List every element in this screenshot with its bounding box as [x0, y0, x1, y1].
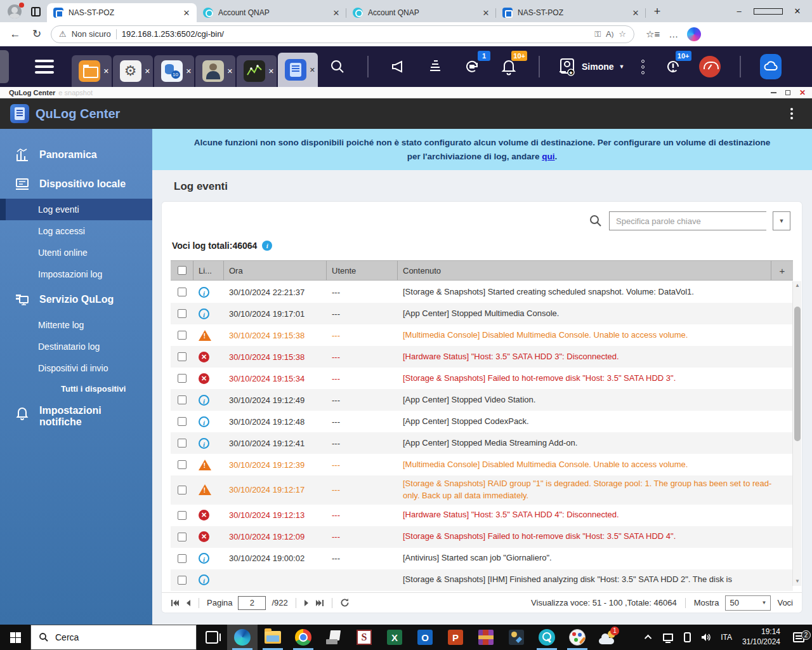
back-icon[interactable]: ← [8, 28, 23, 41]
sidebar-item-destinatario-log[interactable]: Destinatario log [0, 336, 152, 357]
row-checkbox[interactable] [178, 417, 187, 426]
taskbar-winrar-icon[interactable] [471, 625, 501, 650]
password-key-icon[interactable]: ⚿ [594, 29, 601, 39]
column-header-contenuto[interactable]: Contenuto [398, 261, 771, 280]
close-app-icon[interactable]: ✕ [103, 67, 109, 76]
sidebar-item-utenti-online[interactable]: Utenti online [0, 242, 152, 263]
page-size-select[interactable]: 50 ▼ [725, 595, 771, 611]
qulog-window-titlebar[interactable]: QuLog Center e snapshot ✕ [0, 87, 812, 98]
row-checkbox[interactable] [178, 309, 187, 318]
sidebar-item-panoramica[interactable]: Panoramica [0, 140, 152, 169]
window-close-icon[interactable]: ✕ [799, 88, 806, 97]
browser-tab-3[interactable]: Account QNAP ✕ [346, 3, 496, 22]
row-checkbox[interactable] [178, 554, 187, 563]
browser-maximize-button[interactable] [754, 0, 783, 22]
hidden-icons-chevron[interactable] [639, 635, 658, 640]
close-app-icon[interactable]: ✕ [145, 67, 150, 76]
favorites-bar-icon[interactable]: ☆≡ [646, 29, 660, 40]
taskbar-quick-assist-icon[interactable] [501, 625, 532, 650]
myqnapcloud-icon[interactable] [760, 56, 782, 77]
taskbar-powerpoint-icon[interactable]: P [440, 625, 471, 650]
window-minimize-icon[interactable] [771, 92, 776, 93]
main-menu-icon[interactable] [35, 60, 54, 74]
row-checkbox[interactable] [178, 511, 187, 520]
scroll-down-icon[interactable]: ▼ [793, 577, 802, 586]
log-row[interactable]: i30/10/2024 19:00:02---[Antivirus] Start… [171, 548, 793, 569]
row-checkbox[interactable] [178, 374, 187, 383]
log-row[interactable]: i30/10/2024 19:12:49---[App Center] Stop… [171, 389, 793, 411]
taskbar-paint-icon[interactable] [562, 625, 593, 650]
row-checkbox[interactable] [178, 288, 187, 296]
scrollbar-thumb[interactable] [794, 307, 801, 441]
taskbar-search[interactable]: Cerca [30, 625, 197, 650]
refresh-icon[interactable]: ↻ [29, 27, 44, 41]
column-header-utente[interactable]: Utente [327, 261, 398, 280]
browser-tab-4[interactable]: NAS-ST-POZ ✕ [496, 3, 646, 22]
tab-close-icon[interactable]: ✕ [481, 8, 491, 18]
close-app-icon[interactable]: ✕ [186, 67, 192, 76]
dock-tab-support-agent[interactable]: ✕ [195, 55, 235, 87]
dock-tab-resource-monitor[interactable]: ✕ [237, 55, 277, 87]
dock-tab-control-panel[interactable]: ✕ [113, 55, 153, 87]
row-checkbox[interactable] [178, 460, 187, 469]
log-row[interactable]: ✕30/10/2024 19:12:13---[Hardware Status]… [171, 505, 793, 526]
language-indicator[interactable]: ITA [716, 633, 737, 642]
sidebar-item-dispositivo-locale[interactable]: Dispositivo locale [0, 169, 152, 199]
info-icon[interactable]: i [262, 241, 272, 251]
taskbar-clock[interactable]: 19:14 31/10/2024 [737, 627, 785, 647]
log-row[interactable]: i30/10/2024 19:12:41---[App Center] Stop… [171, 432, 793, 454]
copilot-icon[interactable] [687, 27, 701, 41]
log-row[interactable]: ✕30/10/2024 19:15:38---[Hardware Status]… [171, 346, 793, 368]
sidebar-item-tutti-i-dispositivi[interactable]: Tutti i dispositivi [0, 379, 152, 399]
more-options-icon[interactable] [641, 60, 645, 74]
row-checkbox[interactable] [178, 439, 187, 448]
select-all-checkbox[interactable] [178, 266, 187, 275]
read-aloud-icon[interactable]: A) [606, 29, 613, 39]
last-page-button[interactable] [315, 599, 324, 607]
refresh-table-icon[interactable] [340, 598, 350, 607]
taskbar-file-explorer-icon[interactable] [258, 625, 288, 650]
sidebar-item-mittente-log[interactable]: Mittente log [0, 314, 152, 336]
tab-close-icon[interactable]: ✕ [331, 8, 341, 18]
search-icon[interactable] [327, 56, 348, 77]
row-checkbox[interactable] [178, 486, 187, 494]
log-row[interactable]: i30/10/2024 22:21:37---[Storage & Snapsh… [171, 281, 793, 303]
close-app-icon[interactable]: ✕ [268, 67, 274, 76]
page-number-input[interactable] [238, 596, 266, 610]
system-status-icon[interactable]: 10+ [662, 56, 684, 77]
row-checkbox[interactable] [178, 533, 187, 541]
first-page-button[interactable] [171, 599, 180, 607]
start-button[interactable] [0, 625, 30, 650]
sidebar-item-servizio-qulog[interactable]: Servizio QuLog [0, 285, 152, 314]
browser-tab-1[interactable]: NAS-ST-POZ ✕ [47, 3, 197, 22]
column-header-level[interactable]: Li... [193, 261, 224, 280]
log-row[interactable]: ✕30/10/2024 19:12:09---[Storage & Snapsh… [171, 526, 793, 548]
search-filter-dropdown[interactable]: ▼ [773, 211, 790, 230]
row-checkbox[interactable] [178, 576, 187, 585]
background-tasks-icon[interactable] [424, 56, 446, 77]
dashboard-icon[interactable] [699, 56, 721, 77]
phone-link-tray-icon[interactable] [678, 632, 697, 642]
taskbar-qfinder-icon[interactable] [532, 625, 562, 650]
browser-minimize-button[interactable]: – [724, 0, 754, 22]
taskbar-outlook-icon[interactable]: O [410, 625, 440, 650]
browser-tab-2[interactable]: Account QNAP ✕ [197, 3, 346, 22]
sidebar-item-impostazioni-log[interactable]: Impostazioni log [0, 263, 152, 285]
favorite-star-icon[interactable]: ☆ [619, 29, 626, 39]
row-checkbox[interactable] [178, 352, 187, 361]
taskbar-weather-icon[interactable]: 1 [593, 625, 623, 650]
log-row[interactable]: i30/10/2024 19:17:01---[App Center] Stop… [171, 303, 793, 324]
external-device-icon[interactable]: 1 [461, 56, 483, 77]
log-row[interactable]: i[Storage & Snapshots] [IHM] Finished an… [171, 569, 793, 591]
url-text[interactable]: 192.168.1.253:6502/cgi-bin/ [122, 29, 589, 39]
window-maximize-icon[interactable] [785, 90, 790, 95]
dock-tab-storage-snapshots[interactable]: ✕ [154, 55, 194, 87]
url-bar[interactable]: ⚠ Non sicuro 192.168.1.253:6502/cgi-bin/… [51, 25, 634, 43]
tab-close-icon[interactable]: ✕ [631, 8, 641, 18]
taskbar-chrome-icon[interactable] [288, 625, 318, 650]
network-tray-icon[interactable] [658, 633, 678, 641]
next-page-button[interactable] [304, 599, 310, 607]
sidebar-item-dispositivi-di-invio[interactable]: Dispositivi di invio [0, 357, 152, 379]
column-header-ora[interactable]: Ora [224, 261, 327, 280]
taskbar-excel-icon[interactable]: X [379, 625, 410, 650]
